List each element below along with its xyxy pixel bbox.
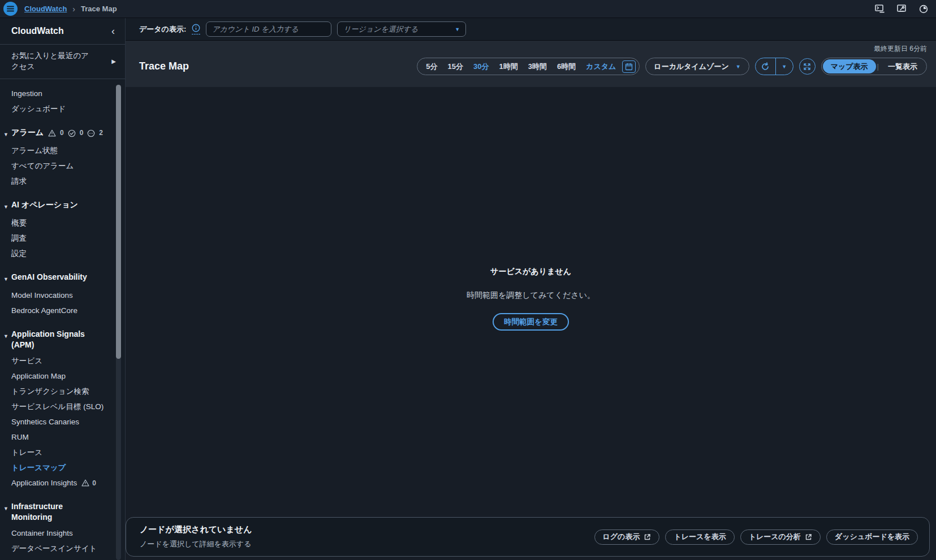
time-range-5min-button[interactable]: 5分 <box>421 62 442 72</box>
view-traces-label: トレースを表示 <box>674 532 726 542</box>
time-range-30min-button[interactable]: 30分 <box>468 62 494 72</box>
sidebar-item-label: Application Insights <box>11 479 77 487</box>
info-button[interactable] <box>192 24 200 34</box>
map-view-button[interactable]: マップ表示 <box>823 59 876 73</box>
sidebar-item-favorites[interactable]: お気に入りと最近のアクセス ▶ <box>0 45 125 79</box>
page-header: 最終更新日 6分前 Trace Map 5分 15分 30分 1時間 3時間 6… <box>126 41 936 87</box>
alarm-ok-count: 0 <box>80 128 84 138</box>
sidebar-item-traces[interactable]: トレース <box>0 445 125 460</box>
sidebar-item-ingestion[interactable]: Ingestion <box>0 86 125 101</box>
sidebar-title: CloudWatch <box>11 26 64 36</box>
caret-down-icon: ▼ <box>736 64 741 70</box>
alarm-badges: 0 0 2 <box>48 127 103 138</box>
sidebar-item-label: 請求 <box>11 176 27 186</box>
change-time-range-button[interactable]: 時間範囲を変更 <box>493 313 569 331</box>
menu-button[interactable] <box>3 2 18 16</box>
sidebar-item-overview[interactable]: 概要 <box>0 215 125 231</box>
list-view-button[interactable]: 一覧表示 <box>880 59 925 73</box>
sidebar-item-billing[interactable]: 請求 <box>0 173 125 189</box>
timezone-label: ローカルタイムゾーン <box>654 62 728 72</box>
sidebar-item-lambda-insights[interactable]: Lambda Insights <box>0 556 125 560</box>
view-traces-button[interactable]: トレースを表示 <box>665 529 734 545</box>
sidebar-item-trace-map[interactable]: トレースマップ <box>0 460 125 475</box>
sidebar-item-rum[interactable]: RUM <box>0 429 125 445</box>
view-logs-label: ログの表示 <box>603 532 640 542</box>
caret-down-icon: ▼ <box>3 272 11 285</box>
refresh-options-button[interactable]: ▼ <box>776 58 793 75</box>
time-range-3h-button[interactable]: 3時間 <box>523 62 552 72</box>
sidebar-item-configuration[interactable]: 設定 <box>0 246 125 261</box>
sidebar-item-investigations[interactable]: 調査 <box>0 231 125 246</box>
sidebar-item-synthetics-canaries[interactable]: Synthetics Canaries <box>0 414 125 429</box>
sidebar: CloudWatch ‹ お気に入りと最近のアクセス ▶ Ingestion ダ… <box>0 18 126 560</box>
sidebar-item-label: ダッシュボード <box>11 104 66 114</box>
sidebar-item-label: トランザクション検索 <box>11 387 89 397</box>
region-select[interactable]: リージョンを選択する ▼ <box>337 21 466 37</box>
favorites-label: お気に入りと最近のアクセス <box>11 50 90 72</box>
sidebar-item-bedrock-agentcore[interactable]: Bedrock AgentCore <box>0 303 125 318</box>
view-toggle: マップ表示 | 一覧表示 <box>821 58 927 75</box>
info-icon <box>192 24 200 32</box>
time-range-custom-button[interactable]: カスタム <box>581 62 621 72</box>
tools-button[interactable] <box>897 5 907 13</box>
sidebar-section-application-signals[interactable]: ▼ Application Signals (APM) <box>0 326 113 353</box>
topbar-utilities <box>875 5 928 14</box>
sidebar-item-application-map[interactable]: Application Map <box>0 368 125 384</box>
refresh-split-button: ▼ <box>755 58 793 75</box>
refresh-button[interactable] <box>756 58 776 75</box>
sidebar-item-dashboards[interactable]: ダッシュボード <box>0 101 125 116</box>
sidebar-item-label: サービス <box>11 356 42 366</box>
sidebar-item-slo[interactable]: サービスレベル目標 (SLO) <box>0 399 125 414</box>
time-range-1h-button[interactable]: 1時間 <box>494 62 523 72</box>
sidebar-item-database-insights[interactable]: データベースインサイト <box>0 541 125 556</box>
header-controls: 5分 15分 30分 1時間 3時間 6時間 カスタム <box>417 58 927 75</box>
sidebar-header: CloudWatch ‹ <box>0 18 125 45</box>
sidebar-collapse-button[interactable]: ‹ <box>111 26 115 36</box>
sidebar-section-label: GenAI Observability <box>11 272 87 283</box>
toggle-divider: | <box>876 62 880 71</box>
sidebar-item-model-invocations[interactable]: Model Invocations <box>0 288 125 303</box>
last-updated-text: 最終更新日 6分前 <box>139 44 927 54</box>
account-id-input[interactable] <box>206 21 331 37</box>
cloudshell-button[interactable] <box>875 5 885 13</box>
view-logs-button[interactable]: ログの表示 <box>594 529 660 545</box>
sidebar-section-infrastructure-monitoring[interactable]: ▼ Infrastructure Monitoring <box>0 498 102 526</box>
view-dashboard-button[interactable]: ダッシュボードを表示 <box>826 529 918 545</box>
sidebar-item-label: トレース <box>11 448 42 458</box>
sidebar-item-services[interactable]: サービス <box>0 353 125 368</box>
analyze-traces-button[interactable]: トレースの分析 <box>740 529 821 545</box>
empty-state-title: サービスがありません <box>490 267 571 277</box>
empty-state-subtitle: 時間範囲を調整してみてください。 <box>467 290 595 301</box>
sidebar-item-application-insights[interactable]: Application Insights 0 <box>0 475 125 490</box>
sidebar-item-label: Model Invocations <box>11 291 73 299</box>
sidebar-item-all-alarms[interactable]: すべてのアラーム <box>0 158 125 173</box>
sidebar-section-ai-operations[interactable]: ▼ AI オペレーション <box>0 197 125 215</box>
sidebar-nav: Ingestion ダッシュボード ▼ アラーム 0 0 2 アラーム状態 すべ <box>0 79 125 560</box>
empty-state: サービスがありません 時間範囲を調整してみてください。 時間範囲を変更 <box>126 267 936 331</box>
fullscreen-button[interactable] <box>799 58 816 75</box>
sidebar-item-alarm-state[interactable]: アラーム状態 <box>0 143 125 158</box>
sidebar-scrollbar-thumb[interactable] <box>116 85 121 359</box>
timezone-select[interactable]: ローカルタイムゾーン ▼ <box>645 58 749 75</box>
sidebar-item-transaction-search[interactable]: トランザクション検索 <box>0 384 125 399</box>
sidebar-section-label: Infrastructure Monitoring <box>11 501 94 523</box>
app-body: CloudWatch ‹ お気に入りと最近のアクセス ▶ Ingestion ダ… <box>0 18 936 560</box>
sidebar-item-container-insights[interactable]: Container Insights <box>0 526 125 541</box>
warning-triangle-icon <box>48 129 56 137</box>
analyze-traces-label: トレースの分析 <box>749 532 801 542</box>
sidebar-item-label: Bedrock AgentCore <box>11 306 77 315</box>
sidebar-scrollbar-track <box>116 85 121 560</box>
sidebar-section-label: アラーム <box>11 127 44 138</box>
sidebar-section-genai-observability[interactable]: ▼ GenAI Observability <box>0 269 125 288</box>
time-range-6h-button[interactable]: 6時間 <box>552 62 581 72</box>
breadcrumb-cloudwatch-link[interactable]: CloudWatch <box>24 5 67 13</box>
sidebar-item-label: すべてのアラーム <box>11 161 74 171</box>
sidebar-section-alarms[interactable]: ▼ アラーム 0 0 2 <box>0 124 125 143</box>
sidebar-item-label: データベースインサイト <box>11 544 97 554</box>
time-range-15min-button[interactable]: 15分 <box>442 62 468 72</box>
sidebar-section-label: Application Signals (APM) <box>11 329 105 350</box>
cloudshell-icon <box>875 5 885 13</box>
region-select-placeholder: リージョンを選択する <box>343 24 418 34</box>
history-button[interactable] <box>919 5 928 14</box>
calendar-button[interactable] <box>622 60 636 73</box>
